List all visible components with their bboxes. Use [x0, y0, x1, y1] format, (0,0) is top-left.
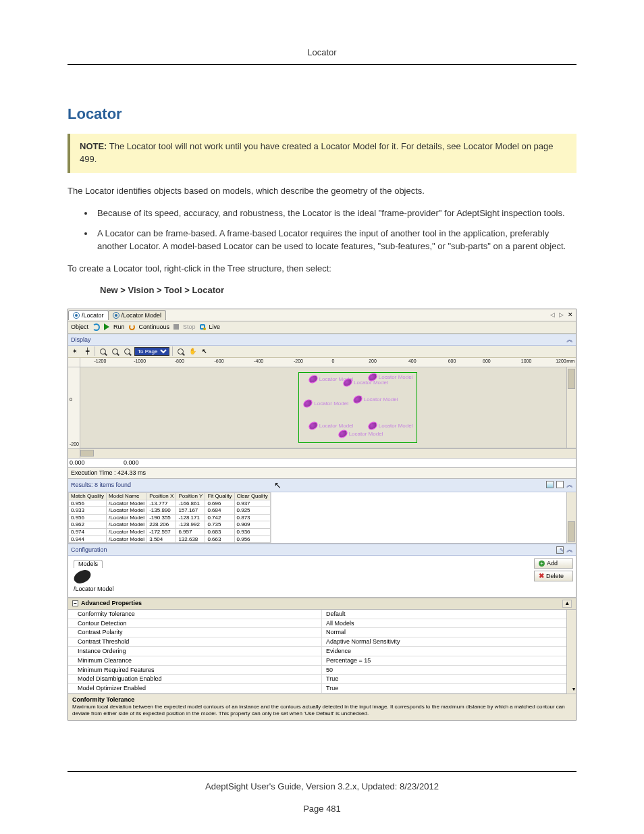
- advanced-properties: − Advanced Properties ▴ Conformity Toler…: [68, 598, 576, 720]
- live-icon[interactable]: [200, 324, 205, 330]
- prop-value[interactable]: Evidence: [322, 647, 576, 656]
- cursor-icon: ↖: [274, 480, 281, 491]
- prop-name[interactable]: Model Disambiguation Enabled: [68, 675, 322, 684]
- prev-icon[interactable]: ◁: [550, 311, 555, 319]
- advanced-properties-header[interactable]: − Advanced Properties ▴: [68, 598, 576, 610]
- zoom-fit-icon[interactable]: [122, 346, 132, 356]
- col-header[interactable]: Position X: [147, 493, 176, 500]
- located-instance: [307, 421, 318, 430]
- prop-value[interactable]: Normal: [322, 628, 576, 637]
- tab-bar: /Locator /Locator Model ◁ ▷ ✕: [68, 309, 576, 321]
- topage-select[interactable]: To Page: [134, 347, 169, 356]
- tool-button[interactable]: ✶: [70, 346, 80, 356]
- prop-name[interactable]: Conformity Tolerance: [68, 610, 322, 619]
- zoom-icon[interactable]: [176, 346, 185, 356]
- continuous-button[interactable]: Continuous: [139, 323, 170, 331]
- delete-icon: ✖: [539, 572, 544, 580]
- note-text: The Locator tool will not work until you…: [80, 141, 553, 164]
- prop-value[interactable]: True: [322, 684, 576, 694]
- model-thumbnail[interactable]: [72, 569, 92, 585]
- next-icon[interactable]: ▷: [559, 311, 564, 319]
- results-label: Results: 8 items found: [71, 481, 131, 489]
- target-icon: [113, 312, 119, 319]
- tab-locator-model[interactable]: /Locator Model: [108, 310, 167, 320]
- prop-value[interactable]: 50: [322, 666, 576, 675]
- edit-button[interactable]: ✎: [556, 546, 564, 554]
- vertical-scrollbar[interactable]: [566, 367, 576, 448]
- zoom-out-icon[interactable]: [110, 346, 119, 356]
- refresh-icon[interactable]: [92, 323, 100, 331]
- stop-icon[interactable]: [173, 324, 179, 330]
- results-table-area: Match Quality Model Name Position X Posi…: [68, 492, 576, 544]
- footer-text: AdeptSight User's Guide, Version 3.2.x, …: [68, 781, 576, 791]
- stop-button[interactable]: Stop: [183, 323, 196, 331]
- models-panel: Models /Locator Model + Add ✖ Delete: [68, 556, 576, 598]
- table-row[interactable]: 0.956/Locator Model-190.355-128.1710.742…: [69, 514, 271, 521]
- close-icon[interactable]: ✕: [568, 311, 573, 319]
- note-callout: NOTE: The Locator tool will not work unt…: [68, 134, 576, 173]
- note-label: NOTE:: [80, 141, 107, 151]
- table-row[interactable]: 0.933/Locator Model-135.890157.1670.6840…: [69, 507, 271, 515]
- prop-name[interactable]: Minimum Required Features: [68, 666, 322, 675]
- prop-name[interactable]: Contrast Threshold: [68, 637, 322, 647]
- vertical-scrollbar[interactable]: [566, 492, 576, 543]
- prop-name[interactable]: Minimum Clearance: [68, 656, 322, 666]
- tab-label: /Locator Model: [122, 312, 162, 319]
- page-title: Locator: [68, 105, 576, 123]
- hand-icon[interactable]: ✋: [188, 346, 197, 356]
- prop-name[interactable]: Contrast Polarity: [68, 628, 322, 637]
- col-header[interactable]: Clear Quality: [234, 493, 270, 500]
- col-header[interactable]: Position Y: [176, 493, 205, 500]
- prop-name[interactable]: Model Optimizer Enabled: [68, 684, 322, 694]
- prop-value[interactable]: Percentage = 15: [322, 656, 576, 666]
- models-tab[interactable]: Models: [74, 560, 103, 568]
- tab-label: /Locator: [82, 312, 104, 319]
- run-button[interactable]: Run: [113, 323, 125, 331]
- zoom-in-icon[interactable]: [98, 346, 107, 356]
- object-toolbar: Object Run Continuous Stop Live: [68, 321, 576, 334]
- tab-locator[interactable]: /Locator: [68, 310, 109, 320]
- configuration-header[interactable]: Configuration ✎ ︽: [68, 544, 576, 556]
- prop-value[interactable]: Default: [322, 610, 576, 619]
- table-row[interactable]: 0.862/Locator Model228.206-128.9920.7350…: [69, 521, 271, 529]
- collapse-icon[interactable]: −: [72, 600, 78, 606]
- configuration-label: Configuration: [71, 546, 107, 554]
- live-button[interactable]: Live: [209, 323, 221, 331]
- prop-value[interactable]: True: [322, 675, 576, 684]
- bullet-item: Because of its speed, accuracy, and robu…: [95, 207, 576, 220]
- delete-button[interactable]: ✖ Delete: [534, 571, 573, 581]
- create-instruction: To create a Locator tool, right-click in…: [68, 263, 576, 276]
- prop-name[interactable]: Instance Ordering: [68, 647, 322, 656]
- display-header[interactable]: Display ︽: [68, 334, 576, 346]
- play-icon[interactable]: [104, 323, 109, 330]
- tool-button[interactable]: ┿: [82, 346, 92, 356]
- results-header[interactable]: Results: 8 items found ↖ ︽: [68, 479, 576, 493]
- page-number: Page 481: [68, 804, 576, 814]
- running-header: Locator: [68, 47, 576, 65]
- continuous-icon[interactable]: [129, 324, 135, 330]
- display-label: Display: [71, 336, 91, 344]
- menu-path: New > Vision > Tool > Locator: [100, 285, 576, 295]
- bullet-list: Because of its speed, accuracy, and robu…: [68, 207, 576, 254]
- horizontal-ruler: -1200 -1000 -800 -600 -400 -200 0 200 40…: [80, 358, 576, 367]
- help-description: Maximum local deviation between the expe…: [72, 704, 572, 718]
- table-row[interactable]: 0.944/Locator Model3.504132.6380.6630.95…: [69, 536, 271, 543]
- pointer-icon[interactable]: ↖: [200, 346, 209, 356]
- prop-value[interactable]: All Models: [322, 619, 576, 629]
- table-row[interactable]: 0.974/Locator Model-172.5576.9570.6830.9…: [69, 529, 271, 536]
- display-canvas[interactable]: Locator Model Locator Model Locator Mode…: [80, 367, 576, 448]
- prop-value[interactable]: Adaptive Normal Sensitivity: [322, 637, 576, 647]
- vertical-scrollbar[interactable]: ▾: [566, 610, 576, 694]
- add-button[interactable]: + Add: [534, 558, 573, 569]
- prop-name[interactable]: Contour Detection: [68, 619, 322, 629]
- horizontal-scrollbar[interactable]: [68, 448, 576, 458]
- col-header[interactable]: Model Name: [107, 493, 147, 500]
- located-instance: [307, 374, 318, 384]
- col-header[interactable]: Match Quality: [69, 493, 107, 500]
- object-label: Object: [71, 323, 88, 331]
- col-header[interactable]: Fit Quality: [205, 493, 234, 500]
- view-button[interactable]: [546, 481, 554, 488]
- view-button[interactable]: [556, 481, 564, 488]
- table-row[interactable]: 0.956/Locator Model-13.777-166.8610.6960…: [69, 500, 271, 507]
- located-instance: [337, 429, 348, 438]
